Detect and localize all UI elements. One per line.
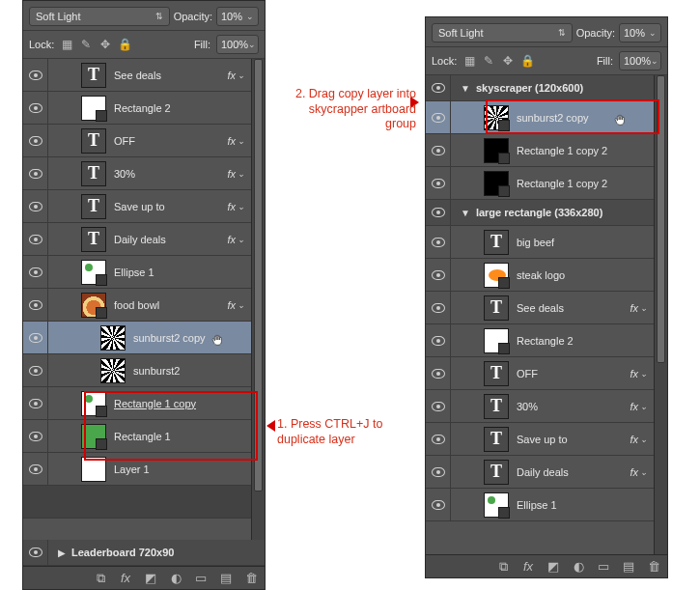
fill-value[interactable]: 100%⌄ xyxy=(216,35,259,54)
layer-row[interactable]: T30%fx ⌄ xyxy=(426,390,654,423)
visibility-toggle[interactable] xyxy=(23,256,48,288)
fill-value[interactable]: 100%⌄ xyxy=(619,51,661,70)
delete-layer-icon[interactable]: 🗑 xyxy=(646,559,661,575)
layer-row[interactable]: TSee dealsfx ⌄ xyxy=(23,59,251,92)
adjustment-layer-icon[interactable]: ◐ xyxy=(571,559,586,575)
layer-fx-indicator[interactable]: fx ⌄ xyxy=(630,401,648,412)
visibility-toggle[interactable] xyxy=(23,289,48,321)
delete-layer-icon[interactable]: 🗑 xyxy=(243,571,259,586)
opacity-value[interactable]: 10%⌄ xyxy=(619,23,661,42)
layer-fx-indicator[interactable]: fx ⌄ xyxy=(630,302,648,314)
visibility-toggle[interactable] xyxy=(23,190,48,222)
visibility-toggle[interactable] xyxy=(426,292,451,323)
new-group-icon[interactable]: ▭ xyxy=(193,571,209,586)
visibility-toggle[interactable] xyxy=(426,134,451,166)
visibility-toggle[interactable] xyxy=(426,259,451,291)
layer-effects-icon[interactable]: fx xyxy=(118,571,133,586)
expand-arrow-icon[interactable]: ▼ xyxy=(461,208,470,218)
adjustment-layer-icon[interactable]: ◐ xyxy=(168,571,183,586)
visibility-toggle[interactable] xyxy=(426,390,451,422)
lock-transparency-icon[interactable]: ▦ xyxy=(60,38,73,51)
visibility-toggle[interactable] xyxy=(23,420,48,452)
visibility-toggle[interactable] xyxy=(426,456,451,488)
visibility-toggle[interactable] xyxy=(426,489,451,520)
artboard-group-row[interactable]: ▼skyscraper (120x600) xyxy=(426,75,654,101)
layer-row[interactable]: Rectangle 1 copy xyxy=(23,387,251,420)
visibility-toggle[interactable] xyxy=(426,167,451,199)
layer-row[interactable]: TSave up tofx ⌄ xyxy=(426,423,654,456)
layer-row[interactable]: Ellipse 1 xyxy=(426,489,654,521)
layer-row[interactable]: TDaily dealsfx ⌄ xyxy=(23,223,251,256)
layer-row[interactable]: Ellipse 1 xyxy=(23,256,251,289)
visibility-toggle[interactable] xyxy=(23,92,48,124)
layer-row[interactable]: TDaily dealsfx ⌄ xyxy=(426,456,654,489)
layer-row[interactable]: Rectangle 1 xyxy=(23,420,251,453)
lock-position-icon[interactable]: ✥ xyxy=(501,54,515,68)
link-layers-icon[interactable]: ⧉ xyxy=(93,571,108,586)
layer-effects-icon[interactable]: fx xyxy=(520,559,536,575)
blend-mode-dropdown[interactable]: Soft Light ⇅ xyxy=(432,23,573,42)
layer-row[interactable]: TOFFfx ⌄ xyxy=(426,357,654,390)
visibility-toggle[interactable] xyxy=(23,59,48,91)
visibility-toggle[interactable] xyxy=(426,200,451,225)
layer-fx-indicator[interactable]: fx ⌄ xyxy=(227,234,245,245)
layer-fx-indicator[interactable]: fx ⌄ xyxy=(630,368,648,379)
new-group-icon[interactable]: ▭ xyxy=(596,559,611,575)
visibility-toggle[interactable] xyxy=(23,322,48,353)
layer-row[interactable]: TSee dealsfx ⌄ xyxy=(426,292,654,324)
visibility-toggle[interactable] xyxy=(426,324,451,356)
lock-all-icon[interactable]: 🔒 xyxy=(520,54,534,68)
new-layer-icon[interactable]: ▤ xyxy=(621,559,636,575)
visibility-toggle[interactable] xyxy=(426,101,451,133)
blend-mode-dropdown[interactable]: Soft Light ⇅ xyxy=(29,7,170,26)
layer-row[interactable]: T30%fx ⌄ xyxy=(23,157,251,190)
layer-fx-indicator[interactable]: fx ⌄ xyxy=(630,434,648,445)
expand-arrow-icon[interactable]: ▶ xyxy=(58,548,66,558)
visibility-toggle[interactable] xyxy=(426,75,451,100)
layer-row[interactable]: TOFFfx ⌄ xyxy=(23,125,251,157)
lock-pixels-icon[interactable]: ✎ xyxy=(79,38,93,51)
visibility-toggle[interactable] xyxy=(426,423,451,455)
layer-row[interactable]: sunburst2 copy xyxy=(23,322,251,354)
visibility-toggle[interactable] xyxy=(23,453,48,485)
link-layers-icon[interactable]: ⧉ xyxy=(495,559,511,575)
visibility-toggle[interactable] xyxy=(23,125,48,156)
layer-fx-indicator[interactable]: fx ⌄ xyxy=(227,299,245,311)
layer-fx-indicator[interactable]: fx ⌄ xyxy=(630,466,648,478)
visibility-toggle[interactable] xyxy=(23,354,48,386)
lock-position-icon[interactable]: ✥ xyxy=(98,38,112,51)
scrollbar[interactable] xyxy=(251,59,265,540)
scrollbar[interactable] xyxy=(654,75,667,554)
scrollbar-thumb[interactable] xyxy=(657,75,665,363)
visibility-toggle[interactable] xyxy=(23,387,48,419)
opacity-value[interactable]: 10%⌄ xyxy=(216,7,259,26)
layer-row[interactable]: Rectangle 1 copy 2 xyxy=(426,134,654,167)
visibility-toggle[interactable] xyxy=(23,223,48,255)
layer-fx-indicator[interactable]: fx ⌄ xyxy=(227,201,245,212)
layer-mask-icon[interactable]: ◩ xyxy=(546,559,561,575)
visibility-toggle[interactable] xyxy=(23,157,48,189)
layer-row[interactable]: Rectangle 2 xyxy=(23,92,251,125)
artboard-group-row[interactable]: ▼large rectangle (336x280) xyxy=(426,200,654,226)
layer-fx-indicator[interactable]: fx ⌄ xyxy=(227,135,245,147)
expand-arrow-icon[interactable]: ▼ xyxy=(461,83,470,94)
layer-row[interactable]: food bowlfx ⌄ xyxy=(23,289,251,322)
layer-mask-icon[interactable]: ◩ xyxy=(143,571,158,586)
layer-fx-indicator[interactable]: fx ⌄ xyxy=(227,70,245,81)
lock-transparency-icon[interactable]: ▦ xyxy=(462,54,476,68)
scrollbar-thumb[interactable] xyxy=(254,59,263,492)
artboard-group-row[interactable]: ▶ Leaderboard 720x90 xyxy=(23,540,265,566)
layer-row[interactable]: Rectangle 2 xyxy=(426,324,654,357)
layer-fx-indicator[interactable]: fx ⌄ xyxy=(227,168,245,180)
lock-pixels-icon[interactable]: ✎ xyxy=(482,54,495,68)
layer-row[interactable]: sunburst2 xyxy=(23,354,251,387)
layer-row[interactable]: sunburst2 copy xyxy=(426,101,654,134)
visibility-toggle[interactable] xyxy=(426,357,451,389)
layer-row[interactable]: TSave up tofx ⌄ xyxy=(23,190,251,223)
layer-row[interactable]: Tbig beef xyxy=(426,226,654,259)
layer-row[interactable]: Rectangle 1 copy 2 xyxy=(426,167,654,200)
layer-row[interactable]: steak logo xyxy=(426,259,654,292)
new-layer-icon[interactable]: ▤ xyxy=(218,571,234,586)
layer-row[interactable]: Layer 1 xyxy=(23,453,251,486)
lock-all-icon[interactable]: 🔒 xyxy=(118,38,131,51)
